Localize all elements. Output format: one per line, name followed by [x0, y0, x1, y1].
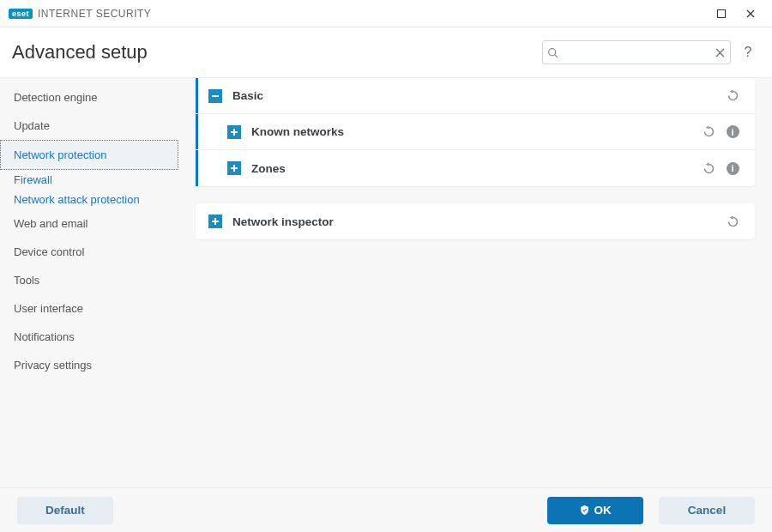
info-button[interactable]: i [722, 158, 743, 178]
row-label: Known networks [251, 125, 695, 138]
shield-icon [579, 505, 590, 516]
search-clear-button[interactable] [710, 48, 730, 57]
header: Advanced setup ? [0, 27, 772, 77]
ok-label: OK [594, 504, 611, 517]
clear-icon [715, 48, 725, 57]
cancel-button[interactable]: Cancel [659, 497, 755, 524]
window-close-button[interactable] [736, 0, 765, 27]
titlebar: eset INTERNET SECURITY [0, 0, 772, 27]
body: Detection engine Update Network protecti… [0, 77, 772, 487]
sidebar-subitem-firewall[interactable]: Firewall [0, 170, 178, 190]
expand-toggle[interactable] [227, 125, 241, 139]
undo-icon [702, 124, 716, 139]
sidebar-subitem-network-attack-protection[interactable]: Network attack protection [0, 190, 178, 209]
reset-button[interactable] [722, 86, 743, 106]
page-title: Advanced setup [12, 41, 542, 63]
sidebar-item-web-and-email[interactable]: Web and email [0, 209, 178, 238]
sidebar-item-user-interface[interactable]: User interface [0, 294, 178, 323]
panel-network-protection: Basic Known networks i [196, 78, 755, 186]
help-button[interactable]: ? [736, 40, 760, 64]
info-button[interactable]: i [722, 122, 743, 142]
maximize-icon [717, 9, 726, 18]
panel-network-inspector: Network inspector [196, 203, 755, 239]
info-icon: i [727, 125, 739, 138]
row-label: Network inspector [232, 215, 719, 228]
brand-product: INTERNET SECURITY [38, 8, 151, 20]
collapse-toggle[interactable] [208, 89, 222, 103]
row-basic[interactable]: Basic [196, 78, 755, 114]
search-field[interactable] [542, 40, 731, 64]
sidebar-item-privacy-settings[interactable]: Privacy settings [0, 351, 178, 379]
reset-button[interactable] [698, 158, 719, 178]
expand-toggle[interactable] [208, 215, 222, 228]
row-zones[interactable]: Zones i [196, 150, 755, 186]
plus-icon [230, 164, 238, 172]
expand-toggle[interactable] [227, 161, 241, 175]
info-icon: i [727, 162, 739, 175]
plus-icon [211, 217, 220, 226]
minus-icon [211, 92, 220, 100]
row-known-networks[interactable]: Known networks i [196, 114, 755, 150]
svg-rect-0 [718, 9, 726, 17]
sidebar: Detection engine Update Network protecti… [0, 78, 187, 487]
undo-icon [702, 161, 716, 176]
svg-point-1 [549, 48, 556, 55]
brand-badge: eset [9, 9, 33, 19]
reset-button[interactable] [722, 211, 743, 232]
sidebar-item-network-protection[interactable]: Network protection [0, 140, 178, 170]
row-label: Basic [232, 89, 719, 102]
content: Basic Known networks i [187, 78, 772, 487]
row-label: Zones [251, 162, 695, 175]
sidebar-item-tools[interactable]: Tools [0, 266, 178, 294]
sidebar-item-device-control[interactable]: Device control [0, 238, 178, 266]
ok-button[interactable]: OK [547, 497, 643, 524]
search-input[interactable] [563, 45, 710, 60]
search-icon [543, 47, 563, 58]
undo-icon [726, 215, 740, 229]
close-icon [746, 9, 755, 18]
reset-button[interactable] [698, 122, 719, 142]
sidebar-item-detection-engine[interactable]: Detection engine [0, 83, 178, 112]
undo-icon [726, 88, 740, 103]
default-button[interactable]: Default [17, 497, 113, 524]
sidebar-item-update[interactable]: Update [0, 112, 178, 140]
window-maximize-button[interactable] [707, 0, 736, 27]
footer: Default OK Cancel [0, 487, 772, 532]
plus-icon [230, 128, 238, 136]
sidebar-item-notifications[interactable]: Notifications [0, 323, 178, 351]
row-network-inspector[interactable]: Network inspector [196, 203, 755, 239]
